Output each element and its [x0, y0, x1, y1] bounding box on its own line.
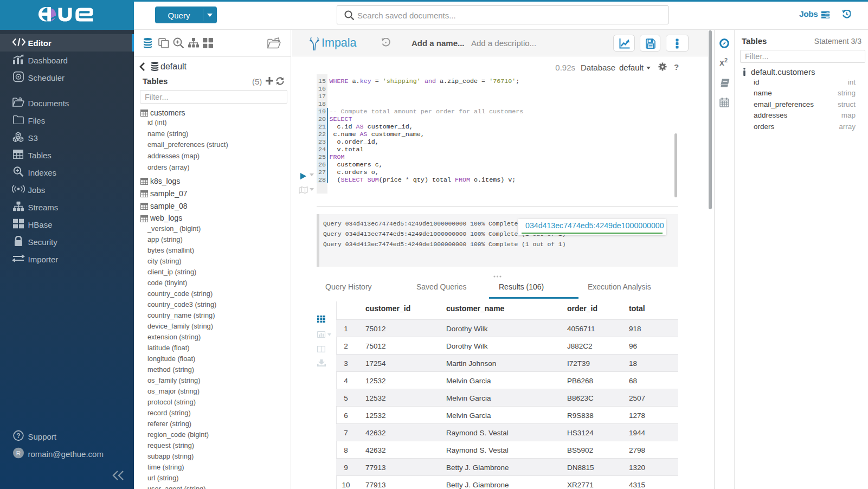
svg-text:?: ? [16, 432, 20, 440]
svg-text:R: R [16, 450, 20, 456]
